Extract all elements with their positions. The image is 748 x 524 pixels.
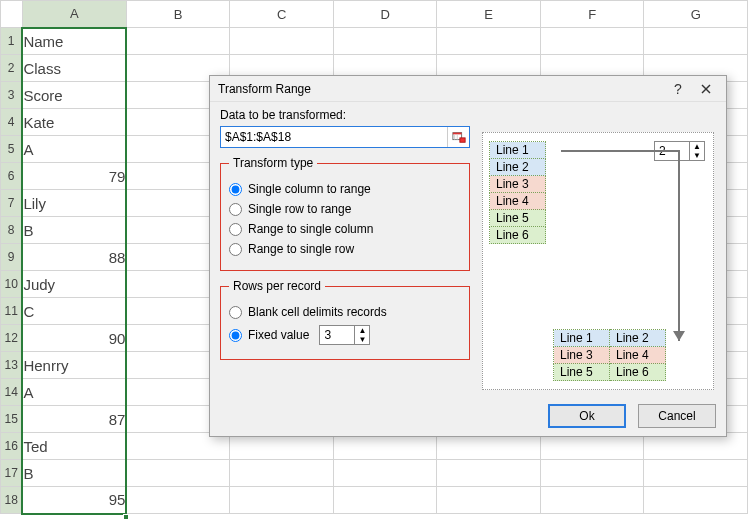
col-header-A[interactable]: A [22,1,126,28]
radio-row2range[interactable] [229,203,242,216]
cell-E18[interactable] [437,487,540,514]
spin-down[interactable]: ▼ [355,335,369,344]
opt-range2row-label: Range to single row [248,242,354,256]
close-button[interactable] [692,79,720,99]
cell-A4[interactable]: Kate [22,109,126,136]
dialog-titlebar[interactable]: Transform Range ? [210,76,726,102]
row-header-8[interactable]: 8 [1,217,23,244]
cell-F1[interactable] [540,28,643,55]
row-header-5[interactable]: 5 [1,136,23,163]
help-button[interactable]: ? [664,79,692,99]
radio-range2row[interactable] [229,243,242,256]
range-input[interactable] [221,127,447,147]
row-header-12[interactable]: 12 [1,325,23,352]
cell-A14[interactable]: A [22,379,126,406]
cell-G18[interactable] [644,487,748,514]
radio-fixed[interactable] [229,329,242,342]
cell-A11[interactable]: C [22,298,126,325]
row-header-11[interactable]: 11 [1,298,23,325]
cell-A13[interactable]: Henrry [22,352,126,379]
cell-E17[interactable] [437,460,540,487]
row-header-7[interactable]: 7 [1,190,23,217]
cell-B17[interactable] [126,460,229,487]
cell-A1[interactable]: Name [22,28,126,55]
cell-F17[interactable] [540,460,643,487]
cell-A7[interactable]: Lily [22,190,126,217]
row-header-15[interactable]: 15 [1,406,23,433]
fixed-value-input[interactable] [320,326,354,344]
pv-res-32: Line 6 [610,364,666,381]
opt-range-to-col[interactable]: Range to single column [229,222,461,236]
cell-A16[interactable]: Ted [22,433,126,460]
range-picker-button[interactable] [447,127,469,147]
cell-C18[interactable] [230,487,334,514]
fill-handle[interactable] [123,514,129,520]
radio-blank[interactable] [229,306,242,319]
cell-C1[interactable] [230,28,334,55]
row-header-2[interactable]: 2 [1,55,23,82]
spin-up[interactable]: ▲ [355,326,369,335]
rows-per-record-group: Rows per record Blank cell delimits reco… [220,279,470,360]
opt-blank-delimits[interactable]: Blank cell delimits records [229,305,461,319]
transform-range-dialog: Transform Range ? Data to be transformed… [209,75,727,437]
col-header-F[interactable]: F [540,1,643,28]
cell-A10[interactable]: Judy [22,271,126,298]
cell-A5[interactable]: A [22,136,126,163]
cell-A15[interactable]: 87 [22,406,126,433]
col-header-C[interactable]: C [230,1,334,28]
pv-res-11: Line 1 [554,330,610,347]
cell-A2[interactable]: Class [22,55,126,82]
fixed-value-spinner[interactable]: ▲ ▼ [319,325,370,345]
opt-fixed-value[interactable]: Fixed value [229,328,309,342]
cell-A3[interactable]: Score [22,82,126,109]
row-header-16[interactable]: 16 [1,433,23,460]
ok-label: Ok [579,409,594,423]
svg-marker-7 [673,331,685,341]
preview-result-table: Line 1Line 2 Line 3Line 4 Line 5Line 6 [553,329,666,381]
cell-A9[interactable]: 88 [22,244,126,271]
col-header-G[interactable]: G [644,1,748,28]
cell-A18[interactable]: 95 [22,487,126,514]
cell-G17[interactable] [644,460,748,487]
row-header-9[interactable]: 9 [1,244,23,271]
cell-F18[interactable] [540,487,643,514]
opt-range-to-row[interactable]: Range to single row [229,242,461,256]
cell-E1[interactable] [437,28,540,55]
opt-single-row-to-range[interactable]: Single row to range [229,202,461,216]
row-header-1[interactable]: 1 [1,28,23,55]
col-header-B[interactable]: B [126,1,229,28]
row-header-4[interactable]: 4 [1,109,23,136]
close-icon [701,84,711,94]
row-header-6[interactable]: 6 [1,163,23,190]
radio-col2range[interactable] [229,183,242,196]
select-all-corner[interactable] [1,1,23,28]
pv-spin-down[interactable]: ▼ [690,151,704,160]
row-header-3[interactable]: 3 [1,82,23,109]
cell-A12[interactable]: 90 [22,325,126,352]
ok-button[interactable]: Ok [548,404,626,428]
cell-B18[interactable] [126,487,229,514]
cell-D18[interactable] [333,487,437,514]
row-header-14[interactable]: 14 [1,379,23,406]
col-header-D[interactable]: D [333,1,437,28]
cell-C17[interactable] [230,460,334,487]
opt-blank-label: Blank cell delimits records [248,305,387,319]
opt-single-col-to-range[interactable]: Single column to range [229,182,461,196]
cell-A17[interactable]: B [22,460,126,487]
pv-spin-up[interactable]: ▲ [690,142,704,151]
cell-A6[interactable]: 79 [22,163,126,190]
cell-D17[interactable] [333,460,437,487]
dialog-title: Transform Range [218,82,664,96]
cell-G1[interactable] [644,28,748,55]
cell-D1[interactable] [333,28,437,55]
row-header-17[interactable]: 17 [1,460,23,487]
radio-range2col[interactable] [229,223,242,236]
row-header-13[interactable]: 13 [1,352,23,379]
cancel-button[interactable]: Cancel [638,404,716,428]
cell-B1[interactable] [126,28,229,55]
cell-A8[interactable]: B [22,217,126,244]
row-header-18[interactable]: 18 [1,487,23,514]
col-header-E[interactable]: E [437,1,540,28]
row-header-10[interactable]: 10 [1,271,23,298]
data-to-transform-label: Data to be transformed: [220,108,470,122]
